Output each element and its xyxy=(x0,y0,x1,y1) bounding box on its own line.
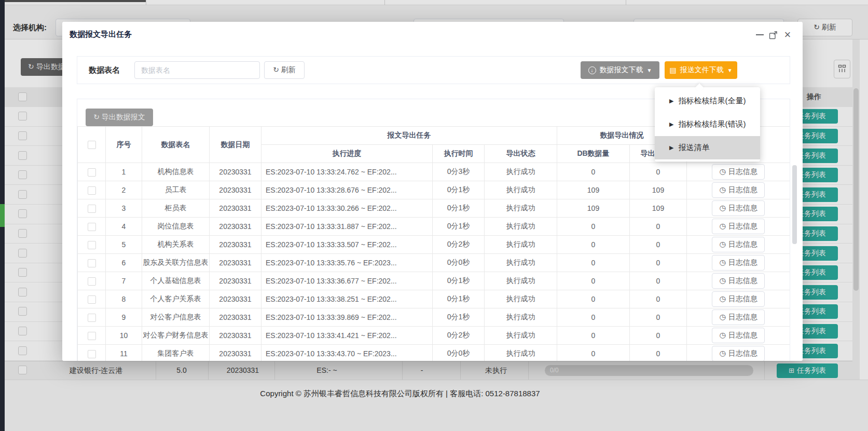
cell-seq: 8 xyxy=(106,290,142,308)
cell-seq: 6 xyxy=(106,254,142,272)
table-row: 10 对公客户财务信息表 20230331 ES:2023-07-10 13:3… xyxy=(78,327,790,345)
log-info-button[interactable]: ◷日志信息 xyxy=(712,182,764,198)
table-name-input[interactable] xyxy=(134,61,260,79)
report-file-download-button[interactable]: ▤ 报送文件下载 ▼ xyxy=(665,61,737,79)
row-checkbox-cell xyxy=(78,254,106,272)
table-row: 5 机构关系表 20230331 ES:2023-07-10 13:33:33.… xyxy=(78,236,790,254)
header-time: 执行时间 xyxy=(433,145,485,163)
log-info-button[interactable]: ◷日志信息 xyxy=(712,164,764,180)
status-badge: 执行成功 xyxy=(485,272,557,290)
chevron-down-icon: ▼ xyxy=(647,68,652,73)
log-info-button[interactable]: ◷日志信息 xyxy=(712,200,764,216)
log-info-button[interactable]: ◷日志信息 xyxy=(712,237,764,252)
table-row: 1 机构信息表 20230331 ES:2023-07-10 13:33:24.… xyxy=(78,163,790,181)
cell-progress: ES:2023-07-10 13:33:33.507 ~ EF:202... xyxy=(261,236,433,254)
cell-name: 机构信息表 xyxy=(142,163,210,181)
row-checkbox-cell xyxy=(78,327,106,345)
header-checkbox-cell xyxy=(78,127,106,163)
cell-seq: 2 xyxy=(106,181,142,199)
row-checkbox[interactable] xyxy=(88,223,96,231)
table-row: 7 个人基础信息表 20230331 ES:2023-07-10 13:33:3… xyxy=(78,272,790,290)
header-name: 数据表名 xyxy=(142,127,210,163)
clock-icon: ◷ xyxy=(719,331,725,339)
close-button[interactable]: × xyxy=(783,30,792,39)
log-info-button[interactable]: ◷日志信息 xyxy=(712,273,764,289)
row-checkbox[interactable] xyxy=(88,277,96,286)
table-scrollbar-thumb[interactable] xyxy=(792,165,797,244)
log-info-button[interactable]: ◷日志信息 xyxy=(712,291,764,307)
cell-action: ◷日志信息 xyxy=(687,199,790,218)
cell-time: 0分2秒 xyxy=(433,236,485,254)
select-all-checkbox[interactable] xyxy=(88,141,96,149)
row-checkbox[interactable] xyxy=(88,241,96,249)
menu-item-check-result-full[interactable]: ▶ 指标检核结果(全量) xyxy=(655,89,760,113)
cell-db-count: 0 xyxy=(557,345,630,361)
cell-time: 0分1秒 xyxy=(433,308,485,327)
cell-time: 0分1秒 xyxy=(433,181,485,199)
cell-export-count: 0 xyxy=(630,327,687,345)
row-checkbox[interactable] xyxy=(88,295,96,304)
cell-seq: 9 xyxy=(106,308,142,327)
cell-time: 0分3秒 xyxy=(433,163,485,181)
cell-seq: 4 xyxy=(106,218,142,236)
row-checkbox[interactable] xyxy=(88,186,96,195)
cell-name: 个人基础信息表 xyxy=(142,272,210,290)
clock-icon: ◷ xyxy=(719,204,725,212)
cell-time: 0分1秒 xyxy=(433,272,485,290)
cell-progress: ES:2023-07-10 13:33:30.266 ~ EF:202... xyxy=(261,199,433,218)
status-badge: 执行成功 xyxy=(485,181,557,199)
log-info-button[interactable]: ◷日志信息 xyxy=(712,328,764,343)
data-message-download-button[interactable]: ↓ 数据报文下载 ▼ xyxy=(581,61,659,79)
log-info-button[interactable]: ◷日志信息 xyxy=(712,346,764,361)
table-row: 11 集团客户表 20230331 ES:2023-07-10 13:33:43… xyxy=(78,345,790,361)
refresh-button[interactable]: ↻ 刷新 xyxy=(264,61,305,79)
maximize-button[interactable] xyxy=(768,30,778,39)
cell-seq: 1 xyxy=(106,163,142,181)
minimize-button[interactable] xyxy=(755,30,764,39)
cell-progress: ES:2023-07-10 13:33:24.762 ~ EF:202... xyxy=(261,163,433,181)
row-checkbox-cell xyxy=(78,218,106,236)
cell-action: ◷日志信息 xyxy=(687,345,790,361)
clock-icon: ◷ xyxy=(719,276,725,285)
cell-date: 20230331 xyxy=(210,181,261,199)
row-checkbox[interactable] xyxy=(88,168,96,177)
table-row: 2 员工表 20230331 ES:2023-07-10 13:33:28.67… xyxy=(78,181,790,199)
export-data-message-button[interactable]: ↻ 导出数据报文 xyxy=(86,109,153,126)
submenu-arrow-icon: ▶ xyxy=(669,98,673,104)
row-checkbox[interactable] xyxy=(88,332,96,340)
cell-name: 柜员表 xyxy=(142,199,210,218)
row-checkbox[interactable] xyxy=(88,205,96,213)
maximize-icon xyxy=(769,31,778,39)
menu-item-report-list[interactable]: ▶ 报送清单 xyxy=(655,136,760,159)
page: 选择机构: 请选择 数据日期: 20230331 数据版本: 5.0 ↻刷新 ↻… xyxy=(0,0,868,431)
menu-item-check-result-error[interactable]: ▶ 指标检核结果(错误) xyxy=(655,113,760,136)
cell-db-count: 0 xyxy=(557,236,630,254)
row-checkbox[interactable] xyxy=(88,314,96,322)
clock-icon: ◷ xyxy=(719,167,725,176)
cell-action: ◷日志信息 xyxy=(687,218,790,236)
status-badge: 执行成功 xyxy=(485,308,557,327)
log-info-button[interactable]: ◷日志信息 xyxy=(712,219,764,234)
row-checkbox[interactable] xyxy=(88,350,96,358)
export-task-modal: 数据报文导出任务 × 数据表名 ↻ 刷新 ↓ 数据报文下载 ▼ ▤ 报送文件下载… xyxy=(62,22,803,361)
cell-name: 员工表 xyxy=(142,181,210,199)
cell-progress: ES:2023-07-10 13:33:39.869 ~ EF:202... xyxy=(261,308,433,327)
cell-time: 0分0秒 xyxy=(433,345,485,361)
status-badge: 执行成功 xyxy=(485,163,557,181)
status-badge: 执行成功 xyxy=(485,327,557,345)
cell-db-count: 0 xyxy=(557,163,630,181)
log-info-button[interactable]: ◷日志信息 xyxy=(712,309,764,325)
cell-time: 0分1秒 xyxy=(433,199,485,218)
cell-db-count: 109 xyxy=(557,181,630,199)
table-row: 6 股东及关联方信息表 20230331 ES:2023-07-10 13:33… xyxy=(78,254,790,272)
cell-action: ◷日志信息 xyxy=(687,290,790,308)
row-checkbox[interactable] xyxy=(88,259,96,267)
log-info-button[interactable]: ◷日志信息 xyxy=(712,255,764,271)
cell-export-count: 0 xyxy=(630,272,687,290)
clock-icon: ◷ xyxy=(719,349,725,357)
table-name-label: 数据表名 xyxy=(89,65,120,75)
cell-seq: 5 xyxy=(106,236,142,254)
row-checkbox-cell xyxy=(78,163,106,181)
clock-icon: ◷ xyxy=(719,294,725,303)
submenu-arrow-icon: ▶ xyxy=(669,121,673,128)
